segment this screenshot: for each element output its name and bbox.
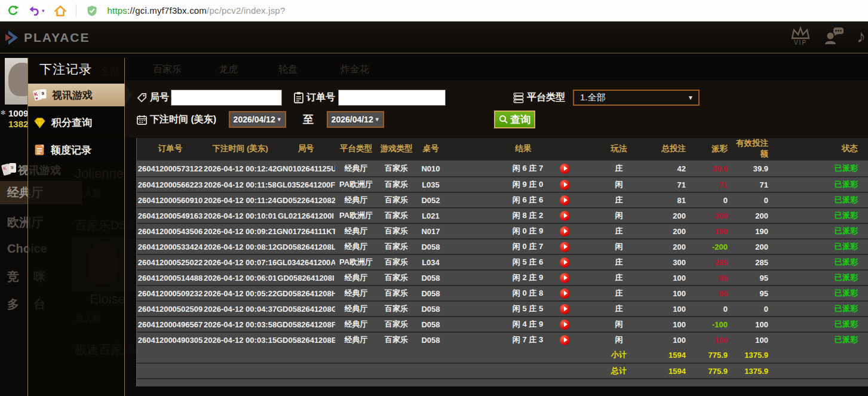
sidebar-item-video-games[interactable]: K ♥ 9 视讯游戏 [28, 84, 124, 106]
platform-type-select[interactable]: 1.全部 ▼ [573, 90, 700, 106]
cell-payout: 190 [691, 223, 731, 238]
play-video-icon[interactable] [560, 335, 570, 345]
cell-play-type: 庄 [601, 254, 637, 269]
platform-type-value: 1.全部 [580, 92, 606, 103]
play-video-icon[interactable] [560, 273, 570, 283]
cell-game-no: GD05226412082 [277, 192, 335, 207]
cell-result: 闲 6 庄 7 [446, 161, 601, 176]
date-to-select[interactable]: 2026/04/12 ▼ [327, 111, 384, 128]
balance-star-icon: ✼ [1, 109, 5, 116]
game-no-input[interactable] [171, 90, 282, 106]
cell-payout: 200 [691, 207, 731, 223]
cell-total-bet: 300 [637, 254, 691, 269]
total-row: 总计 1594 775.9 1375.9 [137, 363, 868, 378]
col-result: 结果 [446, 138, 601, 161]
date-to-value: 2026/04/12 [332, 115, 373, 124]
cell-platform-type: 经典厅 [335, 316, 377, 331]
cell-result: 闲 5 庄 5 [446, 300, 601, 316]
cell-bet-time: 2026-04-12 00:12:42 [204, 161, 277, 176]
cell-platform-type: 经典厅 [335, 192, 377, 207]
cell-game-type: 百家乐 [377, 238, 416, 254]
cell-order-no: 260412000533424 [137, 238, 204, 254]
vip-button[interactable]: VIP [790, 26, 811, 46]
play-video-icon[interactable] [560, 195, 570, 205]
cell-result: 闲 4 庄 9 [446, 316, 601, 331]
order-no-input[interactable] [338, 90, 446, 106]
game-no-label: 局号 [150, 91, 169, 104]
back-dropdown-icon[interactable]: ▾ [42, 8, 45, 14]
person-chat-icon [823, 26, 845, 45]
cell-game-type: 百家乐 [377, 316, 416, 331]
svg-text:9: 9 [11, 165, 14, 170]
col-play-type: 玩法 [601, 138, 637, 161]
records-table-zone: 订单号 下注时间 (美东) 局号 平台类型 游戏类型 桌号 结果 玩法 总投注 … [125, 138, 868, 396]
play-video-icon[interactable] [560, 257, 570, 268]
music-button[interactable]: ♪ [857, 26, 866, 47]
col-table-no: 桌号 [416, 138, 446, 161]
total-bet: 1594 [637, 363, 691, 378]
col-order-no: 订单号 [137, 138, 204, 161]
sidebar-item-points-query[interactable]: 积分查询 [28, 111, 124, 134]
sidebar-item-quota-records[interactable]: 额度记录 [28, 139, 124, 161]
cell-game-no: GD0582641208G [277, 300, 335, 316]
cell-payout: 285 [691, 254, 731, 269]
modal-title: 下注记录 [28, 58, 124, 81]
modal-main: 局号 订单号 平台类型 1.全部 ▼ [125, 58, 868, 396]
cell-table-no: N010 [416, 161, 446, 176]
play-video-icon[interactable] [560, 242, 570, 252]
cell-game-no: GD0582641208H [277, 285, 335, 300]
reload-icon[interactable] [6, 4, 20, 18]
cell-table-no: D058 [416, 331, 446, 347]
cell-game-type: 百家乐 [377, 207, 416, 223]
cell-platform-type: 经典厅 [335, 238, 377, 254]
play-video-icon[interactable] [560, 304, 570, 314]
play-video-icon[interactable] [560, 288, 570, 299]
query-button[interactable]: 查询 [494, 110, 535, 128]
play-video-icon[interactable] [560, 180, 570, 190]
cell-game-type: 百家乐 [377, 285, 416, 300]
cell-play-type: 闲 [601, 176, 637, 192]
cell-total-bet: 42 [637, 161, 691, 176]
cell-play-type: 庄 [601, 192, 637, 207]
result-text: 闲 6 庄 6 [513, 195, 543, 205]
cell-platform-type: 经典厅 [335, 269, 377, 285]
play-video-icon[interactable] [560, 164, 570, 174]
security-shield-icon[interactable] [85, 4, 99, 18]
result-text: 闲 0 庄 9 [513, 226, 543, 237]
platform-type-label: 平台类型 [527, 91, 565, 104]
cell-game-no: GN017264111KT [277, 223, 335, 238]
cell-bet-time: 2026-04-12 00:05:22 [204, 285, 277, 300]
cell-payout: -200 [691, 238, 731, 254]
calendar-icon [136, 114, 148, 125]
gem-icon [33, 116, 47, 130]
cell-bet-time: 2026-04-12 00:11:58 [204, 176, 277, 192]
date-from-select[interactable]: 2026/04/12 ▼ [229, 111, 286, 128]
table-row: 260412000514488 2026-04-12 00:06:01 GD05… [137, 269, 868, 285]
subtotal-valid: 1375.9 [731, 347, 775, 363]
cell-status: 已派彩 [775, 269, 868, 285]
cell-total-bet: 200 [637, 223, 691, 238]
cell-payout: 0 [691, 192, 731, 207]
cell-status: 已派彩 [775, 238, 868, 254]
cell-play-type: 闲 [601, 238, 637, 254]
cell-valid-bet: 95 [731, 269, 775, 285]
cell-game-type: 百家乐 [377, 269, 416, 285]
betting-records-modal: 下注记录 K ♥ 9 视讯游戏 积分查询 [27, 58, 868, 396]
address-bar[interactable]: https://gci.myf7f3bx.com/pc/pcv2/index.j… [108, 5, 286, 16]
cell-platform-type: PA欧洲厅 [335, 254, 377, 269]
cell-order-no: 260412000549163 [137, 207, 204, 223]
home-icon[interactable] [53, 4, 68, 18]
play-video-icon[interactable] [560, 211, 570, 221]
cell-total-bet: 200 [637, 238, 691, 254]
cell-total-bet: 71 [637, 176, 691, 192]
play-video-icon[interactable] [560, 226, 570, 237]
cell-play-type: 闲 [601, 207, 637, 223]
result-text: 闲 4 庄 9 [513, 319, 543, 330]
query-button-label: 查询 [510, 113, 530, 127]
back-button[interactable]: ▾ [29, 5, 45, 17]
customer-service-button[interactable] [823, 26, 845, 45]
result-text: 闲 0 庄 7 [513, 241, 543, 252]
play-video-icon[interactable] [560, 320, 570, 330]
vip-crown-icon [790, 26, 811, 41]
cell-valid-bet: 100 [731, 331, 775, 347]
